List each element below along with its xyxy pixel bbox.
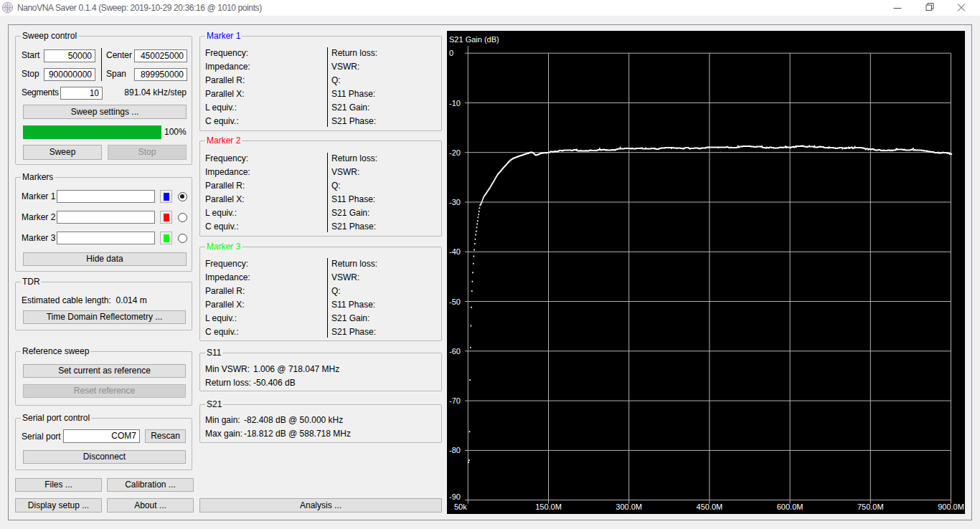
svg-text:-50: -50 [449, 297, 461, 306]
svg-text:-90: -90 [449, 492, 461, 501]
svg-text:900.0M: 900.0M [938, 502, 964, 511]
svg-text:50k: 50k [454, 502, 467, 511]
svg-text:-40: -40 [449, 247, 461, 256]
svg-text:-80: -80 [449, 446, 461, 454]
svg-text:300.0M: 300.0M [616, 502, 642, 511]
svg-text:0: 0 [449, 49, 453, 57]
svg-text:450.0M: 450.0M [697, 502, 723, 511]
svg-text:750.0M: 750.0M [857, 502, 884, 511]
svg-text:150.0M: 150.0M [535, 502, 562, 511]
svg-text:-70: -70 [449, 396, 461, 405]
svg-text:-20: -20 [449, 148, 461, 157]
svg-text:-60: -60 [449, 347, 461, 356]
svg-text:600.0M: 600.0M [777, 502, 804, 511]
svg-text:S21 Gain (dB): S21 Gain (dB) [449, 35, 499, 44]
svg-text:-30: -30 [449, 198, 461, 206]
svg-text:-10: -10 [449, 99, 461, 108]
